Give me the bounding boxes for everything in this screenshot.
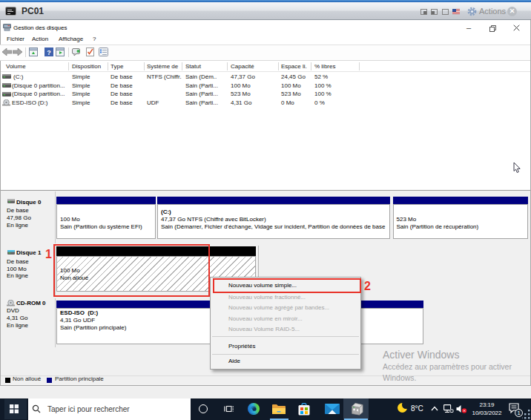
svg-text:?: ? xyxy=(47,49,51,56)
